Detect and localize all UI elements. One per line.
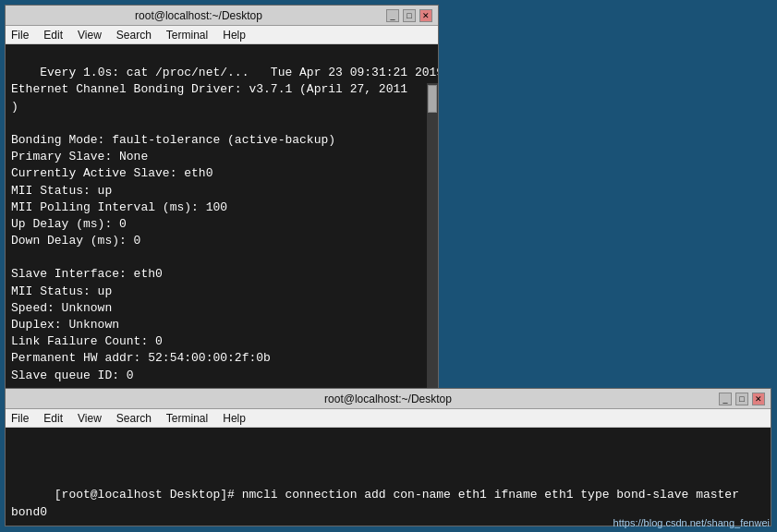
menu-edit-2[interactable]: Edit bbox=[42, 412, 65, 425]
title-bar-1: root@localhost:~/Desktop _ □ ✕ bbox=[6, 6, 438, 26]
menu-terminal-1[interactable]: Terminal bbox=[164, 29, 210, 42]
menu-edit-1[interactable]: Edit bbox=[42, 29, 65, 42]
window-title-1: root@localhost:~/Desktop bbox=[11, 9, 386, 22]
terminal-body-1: Every 1.0s: cat /proc/net/... Tue Apr 23… bbox=[6, 44, 438, 401]
scrollbar-track-1[interactable] bbox=[427, 83, 438, 401]
menu-view-1[interactable]: View bbox=[76, 29, 103, 42]
output-line-12: Down Delay (ms): 0 bbox=[11, 234, 140, 248]
output-line-4: ) bbox=[11, 100, 18, 114]
window-controls-2: _ □ ✕ bbox=[719, 393, 765, 405]
output-line-17: Duplex: Unknown bbox=[11, 318, 119, 332]
output-line-15: MII Status: up bbox=[11, 284, 112, 298]
maximize-button-2[interactable]: □ bbox=[735, 393, 748, 405]
terminal-window-2: root@localhost:~/Desktop _ □ ✕ File Edit… bbox=[5, 388, 771, 526]
menu-view-2[interactable]: View bbox=[76, 412, 103, 425]
menu-help-2[interactable]: Help bbox=[221, 412, 248, 425]
close-button-1[interactable]: ✕ bbox=[419, 9, 432, 22]
menu-file-2[interactable]: File bbox=[9, 412, 30, 425]
window-title-2: root@localhost:~/Desktop bbox=[57, 393, 719, 405]
output-line-9: MII Status: up bbox=[11, 184, 112, 198]
output-line-10: MII Polling Interval (ms): 100 bbox=[11, 200, 227, 214]
title-bar-2: root@localhost:~/Desktop _ □ ✕ bbox=[6, 389, 771, 409]
output-line-20: Slave queue ID: 0 bbox=[11, 369, 134, 382]
output-line-19: Permanent HW addr: 52:54:00:00:2f:0b bbox=[11, 351, 271, 365]
output-line-8: Currently Active Slave: eth0 bbox=[11, 166, 212, 180]
close-button-2[interactable]: ✕ bbox=[752, 393, 765, 405]
output-line-16: Speed: Unknown bbox=[11, 301, 112, 315]
menu-help-1[interactable]: Help bbox=[221, 29, 248, 42]
menu-terminal-2[interactable]: Terminal bbox=[164, 412, 210, 425]
output-line-18: Link Failure Count: 0 bbox=[11, 334, 163, 348]
window-controls-1: _ □ ✕ bbox=[386, 9, 432, 22]
scrollbar-thumb-1[interactable] bbox=[428, 85, 437, 113]
menu-bar-2: File Edit View Search Terminal Help bbox=[6, 409, 771, 428]
output-line-6: Bonding Mode: fault-tolerance (active-ba… bbox=[11, 133, 335, 147]
terminal-window-1: root@localhost:~/Desktop _ □ ✕ File Edit… bbox=[5, 5, 439, 402]
minimize-button-2[interactable]: _ bbox=[719, 393, 732, 405]
menu-file-1[interactable]: File bbox=[9, 29, 30, 42]
menu-search-2[interactable]: Search bbox=[115, 412, 153, 425]
cmd-text: [root@localhost Desktop]# nmcli connecti… bbox=[11, 488, 747, 520]
menu-search-1[interactable]: Search bbox=[115, 29, 153, 42]
output-line-11: Up Delay (ms): 0 bbox=[11, 217, 127, 231]
output-line-3: Ethernet Channel Bonding Driver: v3.7.1 … bbox=[11, 82, 407, 96]
minimize-button-1[interactable]: _ bbox=[386, 9, 399, 22]
terminal-body-2: [root@localhost Desktop]# nmcli connecti… bbox=[6, 428, 771, 526]
maximize-button-1[interactable]: □ bbox=[403, 9, 416, 22]
output-line-7: Primary Slave: None bbox=[11, 150, 148, 163]
watermark: https://blog.csdn.net/shang_fenwei bbox=[613, 517, 770, 528]
output-line-14: Slave Interface: eth0 bbox=[11, 267, 163, 281]
output-line-1: Every 1.0s: cat /proc/net/... Tue Apr 23… bbox=[40, 66, 438, 79]
menu-bar-1: File Edit View Search Terminal Help bbox=[6, 26, 438, 44]
